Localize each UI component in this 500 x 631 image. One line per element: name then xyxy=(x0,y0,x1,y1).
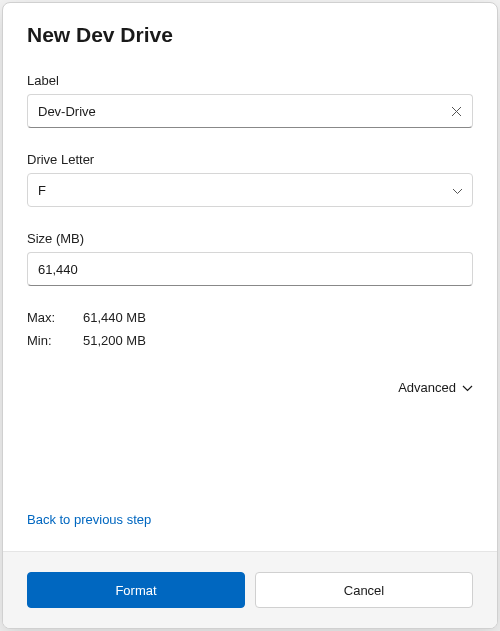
cancel-button[interactable]: Cancel xyxy=(255,572,473,608)
min-size-row: Min: 51,200 MB xyxy=(27,333,473,348)
size-input-wrap xyxy=(27,252,473,286)
max-label: Max: xyxy=(27,310,83,325)
max-value: 61,440 MB xyxy=(83,310,146,325)
chevron-down-icon xyxy=(462,380,473,395)
drive-letter-select[interactable]: F xyxy=(27,173,473,207)
format-button[interactable]: Format xyxy=(27,572,245,608)
drive-letter-select-wrap: F xyxy=(27,173,473,207)
min-value: 51,200 MB xyxy=(83,333,146,348)
dialog-title: New Dev Drive xyxy=(27,23,473,47)
advanced-label: Advanced xyxy=(398,380,456,395)
advanced-button[interactable]: Advanced xyxy=(398,380,473,395)
dialog-body: New Dev Drive Label Drive Letter F Size … xyxy=(3,3,497,551)
size-input[interactable] xyxy=(27,252,473,286)
back-to-previous-link[interactable]: Back to previous step xyxy=(27,512,473,527)
label-field-label: Label xyxy=(27,73,473,88)
label-input-wrap xyxy=(27,94,473,128)
close-icon xyxy=(451,103,462,120)
min-label: Min: xyxy=(27,333,83,348)
clear-label-button[interactable] xyxy=(443,98,469,124)
spacer xyxy=(27,395,473,512)
dialog-footer: Format Cancel xyxy=(3,551,497,628)
label-input[interactable] xyxy=(27,94,473,128)
new-dev-drive-dialog: New Dev Drive Label Drive Letter F Size … xyxy=(2,2,498,629)
size-field-label: Size (MB) xyxy=(27,231,473,246)
drive-letter-field-label: Drive Letter xyxy=(27,152,473,167)
max-size-row: Max: 61,440 MB xyxy=(27,310,473,325)
advanced-row: Advanced xyxy=(27,380,473,395)
